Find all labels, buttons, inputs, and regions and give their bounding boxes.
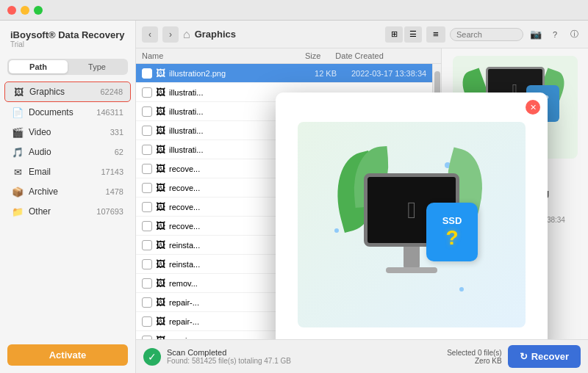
row-checkbox[interactable]: [142, 202, 152, 212]
file-name: reinsta...: [169, 260, 281, 269]
sidebar-item-count: 62248: [100, 87, 123, 96]
row-checkbox[interactable]: [142, 316, 152, 327]
row-checkbox[interactable]: [142, 164, 152, 174]
row-checkbox[interactable]: [142, 68, 152, 79]
file-icon: 🖼: [156, 68, 165, 79]
sidebar-item-count: 107693: [96, 207, 123, 216]
table-row[interactable]: 🖼 illustration2.png 12 KB 2022-03-17 13:…: [136, 64, 441, 83]
toolbar: ‹ › ⌂ Graphics ⊞ ☰ ≡ 📷 ? ⓘ: [136, 21, 588, 48]
search-input[interactable]: [450, 28, 523, 41]
row-checkbox[interactable]: [142, 106, 152, 117]
selected-files-count: Selected 0 file(s): [447, 349, 501, 357]
forward-button[interactable]: ›: [162, 26, 179, 43]
sidebar-item-label: Documents: [29, 107, 96, 117]
popup-close-button[interactable]: ✕: [526, 100, 540, 115]
maximize-button[interactable]: [34, 6, 43, 15]
sidebar-item-other[interactable]: 📁 Other 107693: [4, 202, 131, 221]
popup-base: [386, 267, 437, 273]
camera-icon[interactable]: 📷: [528, 26, 544, 43]
home-icon[interactable]: ⌂: [183, 28, 190, 41]
video-icon: 🎬: [12, 126, 24, 138]
row-checkbox[interactable]: [142, 240, 152, 250]
col-size-header: Size: [261, 51, 335, 60]
sidebar-item-video[interactable]: 🎬 Video 331: [4, 123, 131, 142]
row-checkbox[interactable]: [142, 183, 152, 193]
recover-button[interactable]: ↻ Recover: [508, 345, 581, 368]
question-icon[interactable]: ?: [547, 26, 563, 43]
app-subtitle: Trial: [10, 40, 125, 48]
scan-details: Found: 581425 file(s) totaling 47.1 GB: [167, 357, 291, 365]
file-icon: 🖼: [156, 106, 165, 117]
row-checkbox[interactable]: [142, 336, 152, 340]
bottom-bar: ✓ Scan Completed Found: 581425 file(s) t…: [136, 339, 588, 373]
close-button[interactable]: [7, 6, 16, 15]
file-name: illustrati...: [169, 126, 281, 135]
row-checkbox[interactable]: [142, 297, 152, 308]
list-view-button[interactable]: ☰: [404, 26, 422, 43]
popup-imac-illustration:  SSD ?: [331, 144, 492, 305]
sidebar-item-label: Graphics: [29, 87, 100, 97]
back-button[interactable]: ‹: [142, 26, 158, 43]
email-icon: ✉: [12, 166, 24, 178]
sidebar-item-label: Email: [29, 167, 101, 177]
sidebar-item-count: 17143: [101, 167, 123, 176]
popup-ssd-box: SSD ?: [426, 203, 478, 261]
toolbar-path: Graphics: [195, 29, 381, 40]
row-checkbox[interactable]: [142, 278, 152, 289]
recover-label: Recover: [531, 351, 569, 362]
row-checkbox[interactable]: [142, 145, 152, 155]
file-size: 12 KB: [281, 69, 351, 78]
sidebar-item-label: Video: [29, 127, 110, 137]
row-checkbox[interactable]: [142, 259, 152, 269]
file-name: recove...: [169, 184, 281, 192]
activate-button[interactable]: Activate: [7, 344, 128, 366]
file-icon: 🖼: [156, 258, 165, 269]
file-icon: 🖼: [156, 316, 165, 327]
dot-decoration: [334, 228, 339, 233]
tab-path[interactable]: Path: [9, 60, 68, 73]
file-icon: 🖼: [156, 335, 165, 339]
scan-complete-label: Scan Completed: [167, 348, 291, 357]
file-icon: 🖼: [156, 278, 165, 289]
documents-icon: 📄: [12, 106, 24, 118]
file-icon: 🖼: [156, 125, 165, 136]
file-name: repair-...: [169, 336, 281, 340]
file-date: 2022-03-17 13:38:34: [351, 69, 435, 78]
sidebar-item-audio[interactable]: 🎵 Audio 62: [4, 142, 131, 162]
row-checkbox[interactable]: [142, 87, 152, 98]
file-name: repair-...: [169, 317, 281, 326]
selected-size: Zero KB: [447, 357, 501, 365]
file-name: repair-...: [169, 298, 281, 307]
grid-view-button[interactable]: ⊞: [385, 26, 403, 43]
sidebar-item-documents[interactable]: 📄 Documents 146311: [4, 103, 131, 122]
filter-button[interactable]: ≡: [426, 26, 445, 43]
file-icon: 🖼: [156, 239, 165, 250]
sidebar-item-archive[interactable]: 📦 Archive 1478: [4, 182, 131, 201]
file-icon: 🖼: [156, 87, 165, 98]
file-name: illustrati...: [169, 88, 281, 97]
info-icon[interactable]: ⓘ: [566, 26, 582, 43]
file-name: recove...: [169, 222, 281, 231]
content-area: Name Size Date Created 🖼 illustration2.p…: [136, 48, 588, 339]
recover-icon: ↻: [520, 351, 528, 362]
sidebar: iBoysoft® Data Recovery Trial Path Type …: [0, 21, 136, 373]
sidebar-item-email[interactable]: ✉ Email 17143: [4, 162, 131, 181]
sidebar-item-count: 331: [110, 128, 123, 137]
row-checkbox[interactable]: [142, 126, 152, 136]
minimize-button[interactable]: [21, 6, 29, 15]
file-list-header: Name Size Date Created: [136, 48, 441, 64]
row-checkbox[interactable]: [142, 221, 152, 231]
popup-apple-icon: : [407, 197, 416, 224]
title-bar: [0, 0, 588, 21]
file-name: reinsta...: [169, 241, 281, 250]
file-name: remov...: [169, 279, 281, 288]
popup-illustration:  SSD ?: [298, 122, 526, 327]
file-icon: 🖼: [156, 163, 165, 174]
file-icon: 🖼: [156, 297, 165, 308]
col-date-header: Date Created: [335, 51, 425, 60]
sidebar-item-count: 1478: [106, 187, 123, 196]
sidebar-item-graphics[interactable]: 🖼 Graphics 62248: [4, 82, 131, 102]
sidebar-tabs: Path Type: [7, 59, 128, 75]
tab-type[interactable]: Type: [68, 60, 126, 73]
popup-stand: [404, 247, 420, 269]
